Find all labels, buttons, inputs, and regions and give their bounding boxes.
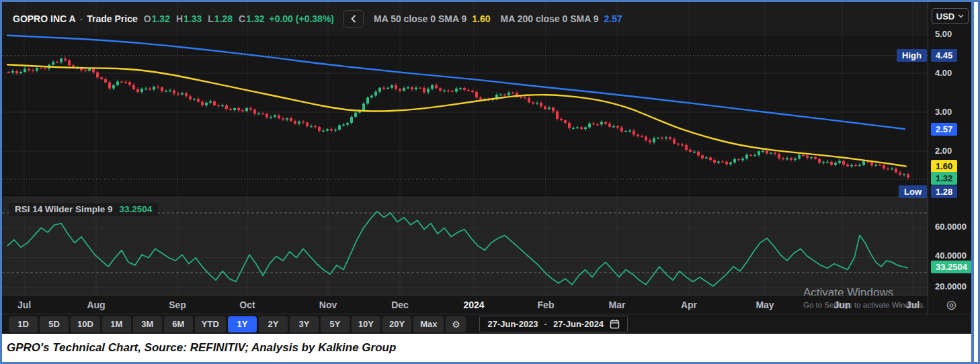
high-value: 1.33 (183, 13, 202, 24)
range-button-20y[interactable]: 20Y (382, 316, 411, 332)
time-label-dec: Dec (391, 300, 409, 310)
time-label-oct: Oct (239, 300, 255, 310)
currency-label: USD (936, 11, 954, 21)
date-range-end: 27-Jun-2024 (553, 319, 604, 329)
range-button-10d[interactable]: 10D (71, 316, 100, 332)
ma50-legend-value: 1.60 (472, 13, 490, 24)
caption-bar: GPRO's Technical Chart, Source: REFINITI… (2, 334, 971, 362)
time-label-2024: 2024 (463, 300, 484, 310)
back-button[interactable] (343, 10, 364, 28)
price-badge-1.60: 1.60 (931, 160, 957, 173)
range-button-ytd[interactable]: YTD (195, 316, 226, 332)
date-range-picker[interactable]: 27-Jun-2023 - 27-Jun-2024 (479, 316, 628, 332)
price-chart-canvas[interactable] (2, 2, 928, 195)
chevron-left-icon (351, 15, 356, 23)
rsi-tick-60.0000: 60.0000 (935, 221, 967, 233)
date-range-start: 27-Jun-2023 (487, 319, 538, 329)
rsi-label: RSI 14 Wilder Simple 9 (15, 204, 112, 214)
open-value: 1.32 (152, 13, 170, 24)
low-value: 1.28 (214, 13, 233, 24)
trading-chart-window: HighLow GOPRO INC A - Trade Price O1.32 … (2, 2, 971, 334)
time-label-nov: Nov (319, 300, 337, 310)
range-button-3m[interactable]: 3M (133, 316, 162, 332)
rsi-header: RSI 14 Wilder Simple 9 33.2504 (9, 203, 158, 216)
frame-border-right-inner (971, 0, 974, 364)
range-button-10y[interactable]: 10Y (352, 316, 380, 332)
price-badge-1.32: 1.32 (931, 172, 957, 185)
high-label: H (176, 13, 183, 24)
range-button-1d[interactable]: 1D (9, 316, 38, 332)
price-scale[interactable]: USD ◎ 5.004.003.002.004.452.571.601.321.… (928, 2, 971, 314)
price-badge-4.45: 4.45 (931, 49, 957, 62)
calendar-icon (610, 319, 620, 329)
title-separator: - (80, 13, 83, 24)
range-button-max[interactable]: Max (413, 316, 444, 332)
period-buttons: 1D5D10D1M3M6MYTD1Y2Y3Y5Y10Y20YMax (9, 316, 444, 332)
close-value: 1.32 (246, 13, 264, 24)
range-button-5y[interactable]: 5Y (321, 316, 350, 332)
range-button-2y[interactable]: 2Y (259, 316, 288, 332)
time-label-apr: Apr (681, 300, 697, 310)
ma200-legend-label: MA 200 close 0 SMA 9 (501, 13, 599, 24)
ma50-legend-label: MA 50 close 0 SMA 9 (374, 13, 466, 24)
symbol-title: GOPRO INC A (13, 13, 76, 24)
change-value: +0.00 (+0.38%) (269, 13, 334, 24)
axis-settings-icon[interactable]: ◎ (946, 298, 956, 312)
range-toolbar: 1D5D10D1M3M6MYTD1Y2Y3Y5Y10Y20YMax ⚙ 27-J… (2, 314, 971, 334)
frame-border-top (0, 0, 980, 2)
time-label-mar: Mar (609, 300, 626, 310)
price-tick-2.00: 2.00 (935, 145, 952, 157)
range-button-5d[interactable]: 5D (40, 316, 69, 332)
gear-icon: ⚙ (452, 319, 460, 330)
currency-selector[interactable]: USD (932, 8, 969, 24)
time-label-jun: Jun (834, 300, 851, 310)
chart-settings-button[interactable]: ⚙ (446, 316, 466, 332)
close-label: C (239, 13, 245, 24)
time-axis[interactable]: JulAugSepOctNovDec2024FebMarAprMayJunJul (2, 295, 928, 314)
rsi-tick-20.0000: 20.0000 (935, 281, 967, 293)
range-button-1y[interactable]: 1Y (228, 316, 257, 332)
open-label: O (144, 13, 151, 24)
time-label-sep: Sep (169, 300, 186, 310)
price-tick-5.00: 5.00 (935, 28, 952, 40)
date-range-separator: - (544, 319, 547, 329)
caption-text: GPRO's Technical Chart, Source: REFINITI… (7, 341, 396, 355)
time-label-feb: Feb (538, 300, 555, 310)
time-label-aug: Aug (87, 300, 105, 310)
range-button-1m[interactable]: 1M (102, 316, 131, 332)
low-label: L (208, 13, 214, 24)
settings-dial-icon: ◎ (946, 298, 956, 311)
chevron-down-icon (958, 14, 964, 18)
price-tick-3.00: 3.00 (935, 106, 952, 118)
frame-border-left (0, 0, 2, 364)
time-label-jul: Jul (17, 300, 31, 310)
price-badge-2.57: 2.57 (931, 123, 957, 136)
price-tick-4.00: 4.00 (935, 67, 952, 79)
time-label-jul: Jul (906, 300, 920, 310)
rsi-badge-33.2504: 33.2504 (931, 261, 971, 273)
series-label: Trade Price (87, 13, 138, 24)
screenshot-frame: HighLow GOPRO INC A - Trade Price O1.32 … (0, 0, 980, 364)
range-button-3y[interactable]: 3Y (290, 316, 319, 332)
chart-header: GOPRO INC A - Trade Price O1.32 H1.33 L1… (13, 9, 622, 28)
range-button-6m[interactable]: 6M (164, 316, 193, 332)
ma200-legend-value: 2.57 (604, 13, 622, 24)
time-label-may: May (756, 300, 774, 310)
rsi-value: 33.2504 (119, 204, 152, 214)
price-badge-1.28: 1.28 (931, 185, 957, 198)
